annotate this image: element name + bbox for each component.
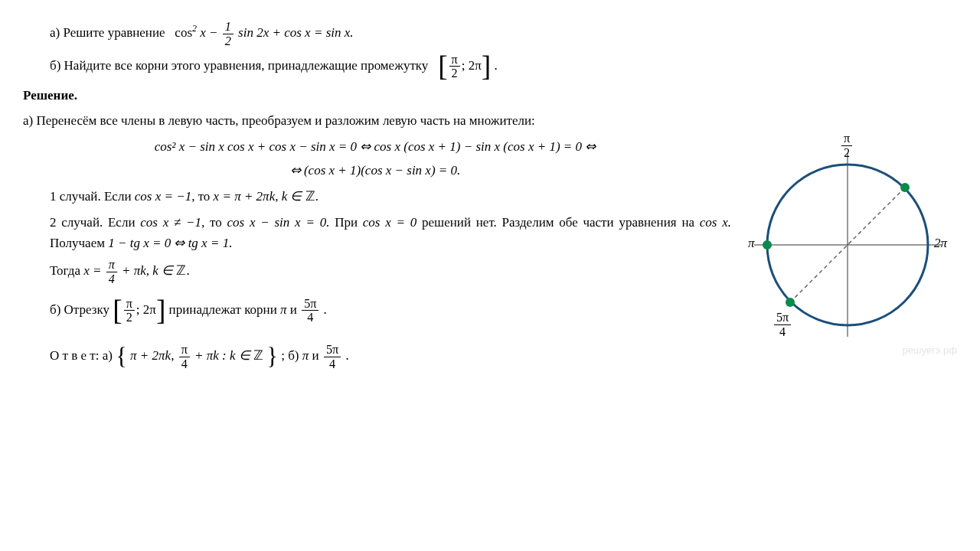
equation-line-2: ⇔ (cos x + 1)(cos x − sin x) = 0.: [23, 162, 727, 178]
unit-circle-diagram: π2 π 2π 5π4: [739, 138, 957, 352]
circle-label-right: 2π: [934, 236, 947, 251]
svg-point-4: [763, 240, 772, 249]
then-line: Тогда x = π4 + πk, k ∈ ℤ.: [50, 258, 727, 286]
svg-point-5: [900, 183, 910, 192]
part-b-solution: б) Отрезку [π2; 2π] принадлежат корни π …: [50, 297, 727, 325]
solution-a-intro: а) Перенесём все члены в левую часть, пр…: [23, 110, 727, 131]
equation-line-1: cos² x − sin x cos x + cos x − sin x = 0…: [23, 139, 727, 155]
part-a-statement: а) Решите уравнение cos2 x − 12 sin 2x +…: [50, 20, 727, 48]
case-1: 1 случай. Если cos x = −1, то x = π + 2π…: [50, 186, 727, 207]
watermark: решуегэ.рф: [903, 344, 957, 356]
case-2: 2 случай. Если cos x ≠ −1, то cos x − si…: [50, 212, 731, 253]
circle-label-bottom: 5π4: [773, 311, 792, 339]
svg-point-6: [786, 298, 795, 307]
circle-label-top: π2: [840, 132, 854, 160]
part-a-prefix: а) Решите уравнение: [50, 25, 165, 40]
problem-text: а) Решите уравнение cos2 x − 12 sin 2x +…: [23, 20, 727, 371]
unit-circle-svg: [739, 138, 957, 352]
circle-label-left: π: [748, 236, 755, 251]
part-b-statement: б) Найдите все корни этого уравнения, пр…: [50, 53, 727, 81]
solution-heading: Решение.: [23, 85, 727, 106]
answer-line: О т в е т: а) { π + 2πk, π4 + πk : k ∈ ℤ…: [50, 343, 727, 371]
